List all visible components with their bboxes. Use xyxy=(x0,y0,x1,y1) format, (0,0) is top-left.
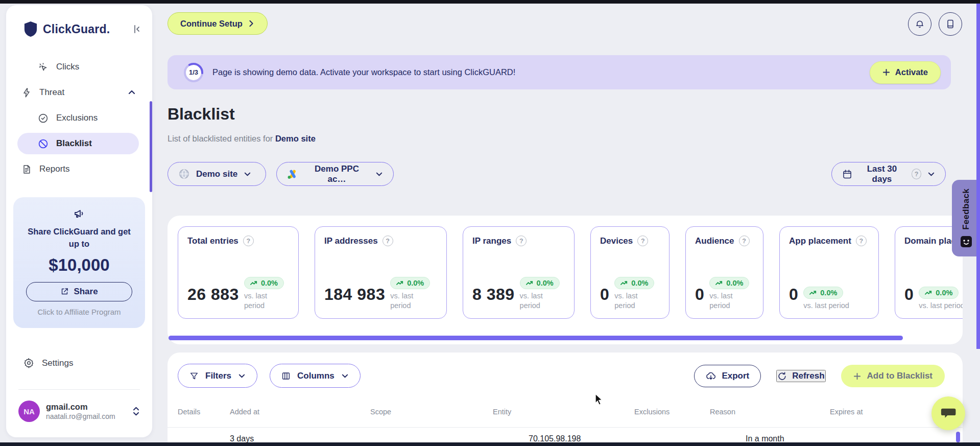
stat-value: 0 xyxy=(695,285,704,304)
row-expires-at: In a month xyxy=(746,434,784,442)
badge-check-icon xyxy=(38,113,49,124)
stat-title: Total entries xyxy=(187,236,238,246)
column-header-details[interactable]: Details xyxy=(178,408,230,416)
stat-value: 26 883 xyxy=(187,285,239,304)
ppc-account-selector[interactable]: Demo PPC ac… xyxy=(276,162,394,186)
blacklist-table-panel: Filters Columns Export Refresh xyxy=(168,353,963,442)
export-button[interactable]: Export xyxy=(694,365,761,387)
help-icon[interactable]: ? xyxy=(856,236,867,246)
promo-title: Share ClickGuard and get up to xyxy=(21,226,137,250)
help-icon[interactable]: ? xyxy=(516,236,527,246)
gear-icon xyxy=(23,358,34,368)
cursor-click-icon xyxy=(38,62,49,73)
window-bottom-edge xyxy=(0,442,980,446)
blocked-icon xyxy=(38,138,49,149)
trend-badge: 0.0% xyxy=(919,287,959,299)
stat-card-total-entries: Total entries? 26 883 0.0% vs. last peri… xyxy=(178,226,299,319)
date-range-selector[interactable]: Last 30 days ? xyxy=(831,162,946,186)
stat-value: 0 xyxy=(600,285,609,304)
feedback-widget-icon xyxy=(960,236,972,248)
arrow-right-icon xyxy=(248,20,255,27)
trend-up-icon xyxy=(250,280,258,286)
column-header-exclusions[interactable]: Exclusions xyxy=(634,408,710,416)
chevron-down-icon xyxy=(341,372,349,380)
sidebar-item-clicks[interactable]: Clicks xyxy=(6,56,152,78)
help-icon[interactable]: ? xyxy=(739,236,750,246)
sidebar-scrollbar[interactable] xyxy=(150,101,152,192)
sidebar-divider xyxy=(18,389,140,390)
help-icon[interactable]: ? xyxy=(243,236,254,246)
megaphone-icon xyxy=(73,207,86,220)
help-icon[interactable]: ? xyxy=(912,169,921,179)
setup-progress-ring: 1/3 xyxy=(183,62,204,83)
stat-title: Audience xyxy=(695,236,734,246)
column-header-reason[interactable]: Reason xyxy=(710,408,830,416)
sidebar: ClickGuard. Clicks Threat Exclusions xyxy=(6,5,152,437)
refresh-button[interactable]: Refresh xyxy=(776,370,825,382)
stat-value: 184 983 xyxy=(324,285,385,304)
cards-horizontal-scrollbar[interactable] xyxy=(169,336,903,340)
continue-setup-button[interactable]: Continue Setup xyxy=(168,12,268,35)
chevron-down-icon xyxy=(927,170,935,178)
demo-data-banner: 1/3 Page is showing demo data. Activate … xyxy=(168,55,951,89)
trend-up-icon xyxy=(809,290,817,296)
stat-card-ip-ranges: IP ranges? 8 389 0.0% vs. last period xyxy=(463,226,575,319)
banner-message: Page is showing demo data. Activate your… xyxy=(212,67,870,77)
filters-button[interactable]: Filters xyxy=(178,364,257,388)
bell-icon xyxy=(915,19,925,29)
sidebar-item-label: Clicks xyxy=(56,62,79,72)
brand-name: ClickGuard. xyxy=(43,22,127,36)
docs-button[interactable] xyxy=(939,12,962,36)
notifications-button[interactable] xyxy=(908,12,931,36)
affiliate-promo-card[interactable]: Share ClickGuard and get up to $10,000 S… xyxy=(13,197,145,328)
columns-button[interactable]: Columns xyxy=(270,364,361,388)
share-button[interactable]: Share xyxy=(26,282,132,301)
stat-card-app-placement: App placement? 0 0.0% vs. last period xyxy=(779,226,879,319)
row-added-at: 3 days xyxy=(230,434,254,442)
column-header-added-at[interactable]: Added at xyxy=(230,408,370,416)
vs-last-period-label: vs. last period xyxy=(614,291,647,311)
stat-card-ip-addresses: IP addresses? 184 983 0.0% vs. last peri… xyxy=(315,226,447,319)
window-top-edge xyxy=(0,0,980,4)
table-divider xyxy=(168,427,963,428)
chat-bubble-icon xyxy=(940,406,957,420)
sidebar-item-label: Exclusions xyxy=(56,113,98,123)
sidebar-item-threat[interactable]: Threat xyxy=(6,82,152,103)
stats-cards-row: Total entries? 26 883 0.0% vs. last peri… xyxy=(178,226,963,319)
stat-card-devices: Devices? 0 0.0% vs. last period xyxy=(590,226,670,319)
vs-last-period-label: vs. last period xyxy=(520,291,553,311)
add-to-blacklist-button[interactable]: Add to Blacklist xyxy=(841,365,945,387)
sidebar-item-settings[interactable]: Settings xyxy=(23,358,73,368)
stat-title: IP ranges xyxy=(472,236,511,246)
user-menu[interactable]: NA gmail.com naatali.ro@gmail.com xyxy=(18,401,140,422)
select-chevrons-icon xyxy=(132,406,140,416)
feedback-tab[interactable]: Feedback xyxy=(952,180,980,256)
help-icon[interactable]: ? xyxy=(637,236,648,246)
row-entity: 70.105.98.198 xyxy=(529,434,581,442)
column-header-entity[interactable]: Entity xyxy=(493,408,634,416)
trend-up-icon xyxy=(526,280,534,286)
site-selector[interactable]: Demo site xyxy=(168,162,266,186)
window-scrollbar[interactable] xyxy=(976,4,980,349)
refresh-icon xyxy=(777,371,787,381)
calendar-icon xyxy=(842,169,852,179)
stat-title: App placement xyxy=(789,236,851,246)
sidebar-item-blacklist[interactable]: Blacklist xyxy=(17,133,139,154)
sidebar-collapse-icon[interactable] xyxy=(132,24,142,34)
sidebar-item-reports[interactable]: Reports xyxy=(6,158,152,180)
sidebar-item-exclusions[interactable]: Exclusions xyxy=(6,107,152,129)
chevron-up-icon[interactable] xyxy=(128,88,136,97)
trend-badge: 0.0% xyxy=(709,277,749,289)
stat-card-audience: Audience? 0 0.0% vs. last period xyxy=(685,226,763,319)
activate-button[interactable]: Activate xyxy=(870,61,941,84)
help-icon[interactable]: ? xyxy=(383,236,393,246)
table-vertical-scrollbar[interactable] xyxy=(956,432,960,442)
chat-launcher-button[interactable] xyxy=(931,396,965,430)
trend-up-icon xyxy=(925,290,933,296)
table-header-row: Details Added at Scope Entity Exclusions… xyxy=(178,408,963,416)
stat-title: IP addresses xyxy=(324,236,378,246)
sidebar-item-label: Blacklist xyxy=(56,138,92,149)
stats-panel: Total entries? 26 883 0.0% vs. last peri… xyxy=(168,216,963,344)
column-header-scope[interactable]: Scope xyxy=(370,408,493,416)
vs-last-period-label: vs. last period xyxy=(803,301,849,311)
